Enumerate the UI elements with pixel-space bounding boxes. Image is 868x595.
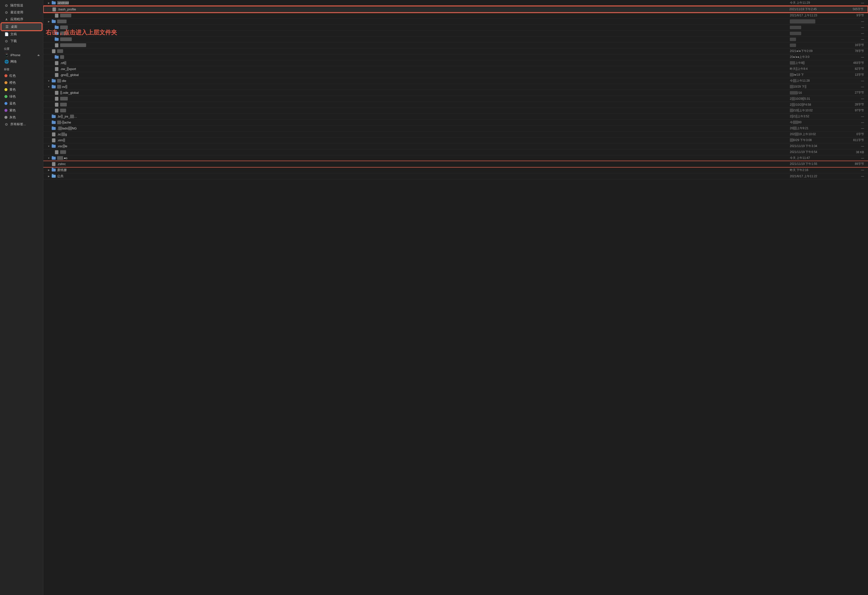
table-row[interactable]: ▶ ●.ode_global ●●/●●/16 27字节 [43, 90, 868, 96]
file-date: 2●●10/29●5:31 [790, 97, 839, 100]
table-row[interactable]: ▶ ●● 20●/●●上午3:0 — [43, 54, 868, 60]
table-row[interactable]: ▶ ●●●● ●●/●●47 — [43, 31, 868, 36]
file-date: 20●/●●上午3:0 [790, 55, 839, 59]
tag-gray-dot [4, 116, 7, 119]
file-size: 27字节 [839, 91, 864, 95]
file-date: 2021/6/17 上午11:23 [790, 13, 839, 18]
sidebar-item-network[interactable]: 🌐 网络 [1, 58, 42, 65]
sidebar-item-downloads[interactable]: ⊙ 下载 [1, 38, 42, 44]
expand-icon[interactable]: ▶ [47, 175, 50, 178]
folder-icon [52, 156, 56, 160]
file-name: ●.ode_global [60, 91, 79, 94]
table-row[interactable]: ▶ .nfi● ●●●上午8● 483字节 [43, 60, 868, 66]
table-row[interactable]: ▶ .cod… 20●●/1●/●下午3:02 — [43, 19, 868, 25]
sidebar-item-recents[interactable]: ⊙ 最近使用 [1, 9, 42, 16]
table-row[interactable]: ▶ .bash_profile 2021/11/19 下午2:45 565字节 [43, 6, 868, 13]
sidebar-item-label: 应用程序 [10, 17, 40, 22]
sidebar-item-label: 橙色 [9, 80, 40, 85]
sidebar-item-label: 紫色 [9, 108, 40, 113]
file-name: .br●_jre_●●… [57, 115, 77, 118]
table-row[interactable]: ▼ ●● dle 今●●上午11:28 — [43, 78, 868, 84]
sidebar-item-label: 下载 [10, 39, 40, 43]
table-row[interactable]: ▶ .la…Ser ●●/● — [43, 36, 868, 42]
file-list[interactable]: ▶ .android 今天 上午11:29 — ▶ .bash_profile … [43, 0, 868, 595]
table-row[interactable]: ▶ ●●● 2021●/●下午2:09 78字节 [43, 48, 868, 54]
file-doc-icon [52, 162, 56, 166]
table-row[interactable]: ▶ ●●● 2021/11/19 下午6:54 38 KB [43, 149, 868, 155]
table-row[interactable]: ▶ .●●lado●●NG 20●●上午9:21 — [43, 125, 868, 131]
sidebar-item-label: 黄色 [9, 87, 40, 92]
table-row[interactable]: ▶ .sc●●g 202●●19 上午10:02 0字节 [43, 131, 868, 137]
table-row[interactable]: ▶ 废纸篓 昨天 下午2:16 — [43, 167, 868, 173]
file-size: — [839, 121, 864, 124]
file-date: ●●/●/19 下 [790, 73, 839, 77]
folder-icon [52, 168, 56, 172]
sidebar-item-desktop[interactable]: ☰ 桌面 [1, 23, 42, 31]
sidebar-item-tag-blue[interactable]: 蓝色 [1, 100, 42, 107]
table-row[interactable]: ▶ .gno●_global ●●/●/19 下 13字节 [43, 72, 868, 78]
file-size: 97字节 [839, 108, 864, 113]
sidebar-item-tag-yellow[interactable]: 黄色 [1, 86, 42, 93]
sidebar-item-documents[interactable]: 📄 文稿 [1, 31, 42, 38]
expand-icon[interactable]: ▶ [47, 168, 50, 171]
sidebar-item-tag-gray[interactable]: 灰色 [1, 114, 42, 121]
sidebar-section-tags: 标签 红色 橙色 黄色 绿色 蓝色 紫色 [0, 65, 43, 128]
sidebar-item-label: iPhone [10, 53, 35, 57]
table-row[interactable]: ▶ 公共 2021/6/17 上午11:22 — [43, 173, 868, 179]
file-name: .vim● [57, 138, 65, 142]
table-row[interactable]: ▶ .br●_jre_●●… 2●/1●上午3:52 — [43, 114, 868, 120]
file-name: ●●● [60, 150, 66, 154]
sidebar-item-iphone[interactable]: 📱 iPhone ⏏ [1, 52, 42, 58]
expand-icon[interactable]: ▼ [47, 157, 50, 159]
table-row[interactable]: ▼ .vsc●le 2021/11/19 下午3:34 — [43, 143, 868, 149]
table-row[interactable]: ▶ .ow_●xport 昨天●上午8:4 82字节 [43, 66, 868, 72]
sidebar-item-tag-green[interactable]: 绿色 [1, 93, 42, 100]
file-name: .bash_profile [58, 7, 76, 11]
file-size: — [839, 174, 864, 178]
table-row[interactable]: ▶ …nding 2021/6/17 上午11:23 9字节 [43, 13, 868, 19]
table-row[interactable]: ▶ ●●● ●●/10●上午10:02 97字节 [43, 108, 868, 114]
file-name: .vsc●le [57, 144, 67, 148]
file-date: 20●●上午9:21 [790, 126, 839, 130]
expand-icon[interactable]: ▼ [47, 145, 50, 148]
table-row[interactable]: ▶ ●●-●ache 今●●●00 — [43, 120, 868, 125]
eject-icon[interactable]: ⏏ [37, 54, 40, 56]
tag-red-dot [4, 74, 7, 77]
table-row[interactable]: ▼ ●● ov● ●●10/29 下● — [43, 84, 868, 90]
expand-icon[interactable]: ▶ [47, 20, 50, 23]
sidebar-item-airdrop[interactable]: ⊙ 隔空投送 [1, 2, 42, 9]
expand-icon[interactable]: ▼ [47, 86, 50, 89]
expand-icon[interactable]: ▼ [47, 80, 50, 83]
file-size: — [839, 127, 864, 130]
sidebar-item-tag-purple[interactable]: 紫色 [1, 107, 42, 114]
file-size: 811字节 [839, 138, 864, 142]
file-doc-icon [52, 49, 56, 53]
file-date: 今天 上午11:47 [790, 156, 839, 160]
sidebar-item-label: 灰色 [9, 115, 40, 120]
table-row[interactable]: ▶ .vim● ●●0/29 下午3:08 811字节 [43, 137, 868, 143]
table-row[interactable]: ▶ .zshrc 2021/11/19 下午1:55 89字节 [43, 161, 868, 167]
file-doc-icon [55, 109, 59, 113]
file-size: — [839, 26, 864, 29]
locations-label: 位置 [0, 44, 43, 52]
table-row[interactable]: ▶ ●●h● 2●●10/29●5:31 — [43, 96, 868, 102]
sidebar-item-applications[interactable]: ∧ 应用程序 [1, 16, 42, 23]
file-date: ●●/●●/16 [790, 91, 839, 94]
tag-blue-dot [4, 102, 7, 105]
expand-icon[interactable]: ▶ [47, 1, 50, 4]
table-row[interactable]: ▶ ●●●● ●●/●●34 — [43, 25, 868, 31]
sidebar: ⊙ 隔空投送 ⊙ 最近使用 ∧ 应用程序 ☰ 桌面 📄 文稿 ⊙ 下载 [0, 0, 43, 595]
file-date: 202●●19 上午10:02 [790, 132, 839, 136]
table-row[interactable]: ▼ ●●●.●s 今天 上午11:47 — [43, 155, 868, 161]
sidebar-item-all-tags[interactable]: ⊙ 所有标签... [1, 121, 42, 128]
sidebar-item-tag-orange[interactable]: 橙色 [1, 79, 42, 86]
file-name: .gno●_global [60, 73, 79, 77]
table-row[interactable]: ▶ …console_auth_● ●●/● 16字节 [43, 42, 868, 48]
table-row[interactable]: ▶ ●●M 2●●/10/2●F4:58 28字节 [43, 102, 868, 108]
tag-purple-dot [4, 109, 7, 112]
file-size: 0字节 [839, 132, 864, 136]
file-size: — [839, 145, 864, 148]
sidebar-item-tag-red[interactable]: 红色 [1, 72, 42, 79]
table-row[interactable]: ▶ .android 今天 上午11:29 — [43, 0, 868, 6]
file-date: 今天 上午11:29 [790, 1, 839, 5]
